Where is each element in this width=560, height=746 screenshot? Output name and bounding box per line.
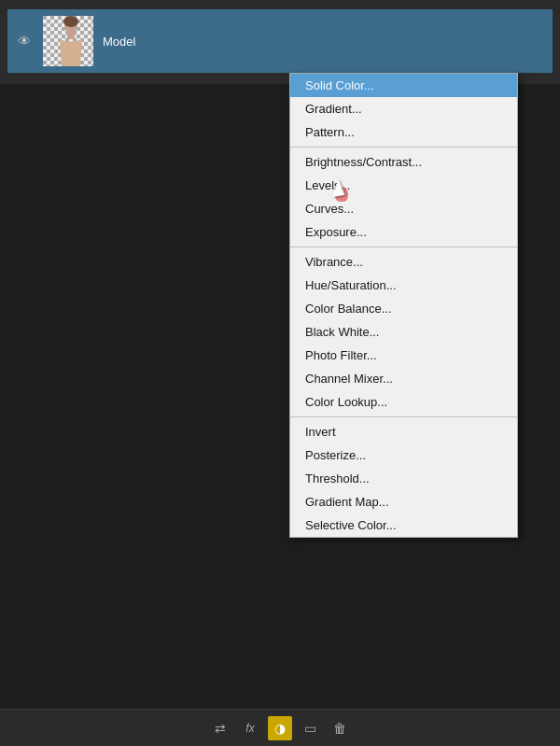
menu-item-black-white[interactable]: Black White... bbox=[290, 320, 517, 344]
separator-2 bbox=[290, 246, 517, 247]
menu-item-color-lookup[interactable]: Color Lookup... bbox=[290, 390, 517, 414]
visibility-icon[interactable]: 👁 bbox=[15, 32, 34, 50]
link-layers-button[interactable]: ⇄ bbox=[208, 716, 232, 740]
layer-item[interactable]: 👁 bbox=[7, 9, 553, 73]
menu-item-levels[interactable]: Levels... bbox=[290, 174, 517, 197]
menu-item-gradient[interactable]: Gradient... bbox=[290, 97, 517, 120]
menu-item-brightness-contrast[interactable]: Brightness/Contrast... bbox=[290, 150, 517, 174]
folder-icon: ▭ bbox=[304, 721, 316, 736]
separator-1 bbox=[290, 147, 517, 148]
menu-item-photo-filter[interactable]: Photo Filter... bbox=[290, 344, 517, 367]
menu-item-threshold[interactable]: Threshold... bbox=[290, 467, 517, 490]
dropdown-menu: Solid Color... Gradient... Pattern... Br… bbox=[289, 73, 518, 538]
adjustment-icon: ◑ bbox=[274, 721, 286, 736]
link-icon: ⇄ bbox=[215, 721, 226, 736]
layer-name: Model bbox=[103, 35, 135, 49]
menu-item-vibrance[interactable]: Vibrance... bbox=[290, 250, 517, 274]
group-button[interactable]: ▭ bbox=[298, 716, 322, 740]
fx-button[interactable]: fx bbox=[238, 716, 262, 740]
menu-item-hue-saturation[interactable]: Hue/Saturation... bbox=[290, 274, 517, 297]
layer-thumbnail bbox=[43, 16, 93, 66]
fx-icon: fx bbox=[245, 722, 254, 735]
svg-rect-7 bbox=[67, 32, 75, 39]
separator-3 bbox=[290, 416, 517, 417]
delete-button[interactable]: 🗑 bbox=[328, 716, 352, 740]
svg-point-6 bbox=[63, 16, 78, 27]
layer-panel: 👁 bbox=[0, 0, 560, 84]
menu-item-gradient-map[interactable]: Gradient Map... bbox=[290, 490, 517, 514]
menu-item-pattern[interactable]: Pattern... bbox=[290, 120, 517, 144]
menu-item-color-balance[interactable]: Color Balance... bbox=[290, 297, 517, 320]
menu-item-curves[interactable]: Curves... bbox=[290, 197, 517, 220]
menu-item-posterize[interactable]: Posterize... bbox=[290, 443, 517, 467]
menu-item-channel-mixer[interactable]: Channel Mixer... bbox=[290, 367, 517, 390]
trash-icon: 🗑 bbox=[333, 721, 346, 736]
bottom-toolbar: ⇄ fx ◑ ▭ 🗑 bbox=[0, 709, 560, 746]
adjustment-layer-button[interactable]: ◑ bbox=[268, 716, 292, 740]
menu-item-solid-color[interactable]: Solid Color... bbox=[290, 74, 517, 97]
menu-item-invert[interactable]: Invert bbox=[290, 420, 517, 443]
menu-item-selective-color[interactable]: Selective Color... bbox=[290, 514, 517, 537]
menu-item-exposure[interactable]: Exposure... bbox=[290, 220, 517, 244]
